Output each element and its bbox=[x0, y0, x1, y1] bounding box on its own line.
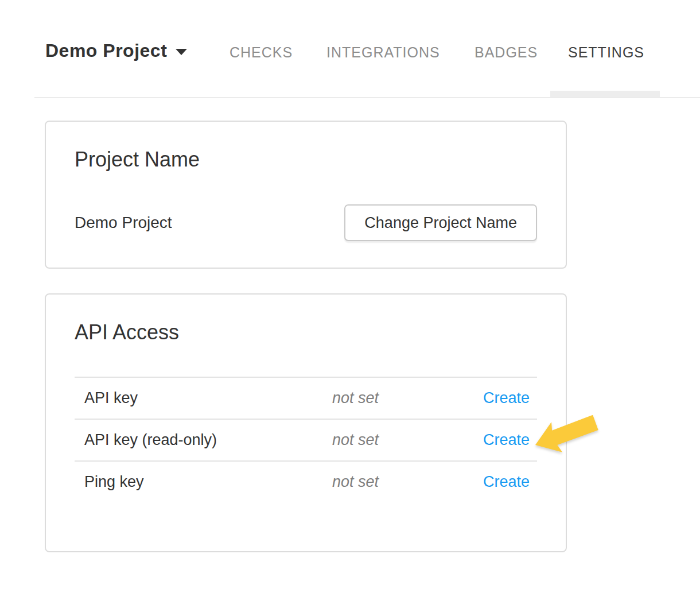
current-project-name: Demo Project bbox=[75, 214, 172, 232]
api-key-label: API key bbox=[84, 389, 332, 407]
tab-settings[interactable]: SETTINGS bbox=[568, 44, 644, 61]
table-row-ping-key: Ping key not set Create bbox=[75, 460, 537, 502]
table-row-api-key-read-only: API key (read-only) not set Create bbox=[75, 419, 537, 460]
tab-badges[interactable]: BADGES bbox=[475, 44, 538, 61]
ping-key-label: Ping key bbox=[84, 473, 332, 491]
tab-integrations[interactable]: INTEGRATIONS bbox=[326, 44, 440, 61]
table-row-api-key: API key not set Create bbox=[75, 377, 537, 419]
api-keys-table: API key not set Create API key (read-onl… bbox=[75, 377, 537, 502]
chevron-down-icon bbox=[176, 49, 187, 55]
header-divider bbox=[34, 97, 700, 98]
ping-key-value: not set bbox=[332, 473, 477, 491]
project-name-card: Project Name Demo Project Change Project… bbox=[45, 121, 567, 269]
project-dropdown-label: Demo Project bbox=[45, 40, 167, 61]
create-api-key-read-only-link[interactable]: Create bbox=[483, 431, 530, 448]
api-access-card-title: API Access bbox=[75, 320, 537, 344]
project-dropdown[interactable]: Demo Project bbox=[45, 40, 187, 61]
api-key-read-only-label: API key (read-only) bbox=[84, 431, 332, 449]
top-navigation: Demo Project CHECKS INTEGRATIONS BADGES … bbox=[0, 0, 700, 98]
create-ping-key-link[interactable]: Create bbox=[483, 473, 530, 490]
api-access-card: API Access API key not set Create API ke… bbox=[45, 293, 567, 552]
tab-checks[interactable]: CHECKS bbox=[230, 44, 293, 61]
project-name-card-title: Project Name bbox=[75, 147, 537, 172]
settings-page: Demo Project CHECKS INTEGRATIONS BADGES … bbox=[0, 0, 700, 608]
create-api-key-link[interactable]: Create bbox=[483, 389, 530, 406]
api-key-read-only-value: not set bbox=[332, 431, 477, 449]
change-project-name-button[interactable]: Change Project Name bbox=[344, 204, 537, 241]
project-name-row: Demo Project Change Project Name bbox=[75, 204, 537, 241]
active-tab-indicator bbox=[550, 91, 660, 97]
api-key-value: not set bbox=[332, 389, 477, 407]
